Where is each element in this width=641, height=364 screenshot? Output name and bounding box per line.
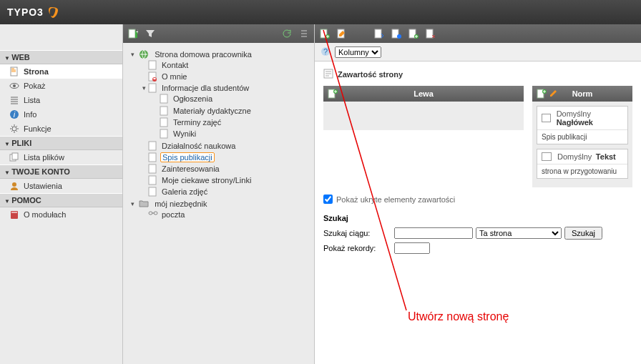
svg-rect-23 (149, 142, 156, 150)
tree-node[interactable]: Galeria zdjęć (140, 186, 311, 197)
folder-icon (139, 199, 149, 209)
tree-label[interactable]: Strona domowa pracownika (153, 50, 253, 59)
nav-item-info[interactable]: i Info (0, 107, 122, 122)
search-string-label: Szukaj ciągu: (323, 229, 391, 237)
column-body-left[interactable] (323, 102, 524, 130)
tree-label[interactable]: Moje ciekawe strony/Linki (160, 176, 253, 185)
tree-label[interactable]: poczta (160, 210, 186, 219)
svg-rect-24 (149, 153, 156, 162)
content-element[interactable]: Domyślny Nagłówek Spis publikacji (537, 106, 628, 144)
tree-label[interactable]: Spis publikacji (160, 152, 215, 162)
ce-meta: Domyślny Nagłówek (557, 109, 623, 127)
svg-rect-20 (160, 107, 167, 115)
cache-icon[interactable] (425, 28, 436, 39)
show-records-input[interactable] (394, 242, 430, 254)
toggle-icon[interactable]: ▾ (129, 200, 136, 207)
nav-section-pliki[interactable]: PLIKI (0, 136, 122, 150)
svg-text:+: + (136, 29, 138, 36)
new-page-tree-icon[interactable]: + (127, 28, 139, 39)
tree-label[interactable]: Ogłoszenia (172, 94, 214, 103)
column-right: Norm Domyślny Nagłówek Spis publikacji (532, 86, 632, 187)
svg-rect-33 (375, 29, 381, 38)
tree-node[interactable]: Zainteresowania (140, 163, 311, 174)
ce-type-icon (542, 114, 551, 122)
tree-node[interactable]: poczta (140, 209, 311, 220)
svg-rect-27 (149, 187, 156, 196)
tree-label[interactable]: Działalność naukowa (160, 142, 237, 150)
add-content-icon[interactable] (537, 89, 547, 99)
svg-text:?: ? (323, 47, 328, 56)
tree-label[interactable]: Zainteresowania (160, 164, 221, 173)
add-content-icon[interactable] (328, 89, 338, 99)
search-scope-select[interactable]: Ta strona (476, 227, 562, 239)
nav-item-ustawienia[interactable]: Ustawienia (0, 179, 122, 193)
view-mode-select[interactable]: Kolumny (335, 46, 381, 58)
tree-node[interactable]: O mnie (140, 71, 311, 82)
tree-label[interactable]: O mnie (160, 72, 188, 81)
collapse-icon[interactable] (298, 28, 310, 39)
nav-section-web[interactable]: WEB (0, 50, 122, 64)
tree-node[interactable]: Terminy zajęć (152, 117, 311, 128)
ce-body: Spis publikacji (537, 130, 627, 144)
create-new-page-icon[interactable] (319, 28, 331, 39)
svg-rect-21 (160, 118, 167, 127)
edit-icon[interactable] (549, 89, 559, 99)
tree-node-root[interactable]: ▾ Strona domowa pracownika Kontakt O mni… (129, 49, 311, 198)
move-page-icon[interactable] (373, 28, 385, 39)
column-header-left: Lewa (323, 86, 524, 102)
page-icon (148, 83, 158, 93)
history-icon[interactable] (391, 28, 402, 39)
page-icon (148, 175, 158, 185)
tree-label[interactable]: Terminy zajęć (172, 118, 222, 127)
nav-item-o-modulach[interactable]: O modułach (0, 207, 122, 222)
tree-node[interactable]: ▾Informacje dla studentów Ogłoszenia Mat… (140, 82, 311, 139)
page-icon (148, 187, 158, 197)
content-area: Zawartość strony Lewa Norm (315, 62, 641, 264)
help-icon[interactable]: ? (320, 46, 331, 58)
svg-rect-26 (149, 176, 156, 185)
nav-section-konto[interactable]: TWOJE KONTO (0, 164, 122, 179)
tree-node[interactable]: Ogłoszenia (152, 93, 311, 104)
nav-section-pomoc[interactable]: POMOC (0, 193, 122, 207)
nav-label: O modułach (24, 210, 66, 219)
tree-toolbar: + (123, 24, 314, 43)
search-button[interactable]: Szukaj (564, 227, 602, 240)
toggle-icon[interactable]: ▾ (140, 84, 147, 92)
nav-item-funkcje[interactable]: Funkcje (0, 122, 122, 136)
ce-meta: Domyślny Tekst (557, 152, 616, 161)
refresh-icon[interactable] (281, 28, 293, 39)
page-tree-panel: + ▾ Strona domowa pracownika Kontakt O m… (123, 24, 315, 364)
nav-label: Lista (24, 96, 40, 104)
edit-page-icon[interactable] (336, 28, 348, 39)
nav-item-strona[interactable]: Strona (0, 64, 122, 79)
locked-page-icon (148, 72, 158, 82)
page-icon (148, 141, 158, 151)
tree-node-folder[interactable]: ▾ mój niezbędnik poczta (129, 198, 311, 221)
nav-item-pokaz[interactable]: Pokaż (0, 79, 122, 93)
nav-item-lista-plikow[interactable]: Lista plików (0, 150, 122, 164)
tree-node[interactable]: Kontakt (140, 59, 311, 71)
tree-node[interactable]: Materiały dydaktyczne (152, 104, 311, 116)
tree-label[interactable]: mój niezbędnik (153, 200, 208, 208)
content-icon (323, 69, 333, 80)
tree-node[interactable]: Wyniki (152, 128, 311, 139)
search-string-input[interactable] (394, 227, 473, 239)
tree-node-selected[interactable]: Spis publikacji (140, 152, 311, 163)
nav-label: Pokaż (24, 82, 46, 90)
nav-item-lista[interactable]: Lista (0, 93, 122, 107)
column-header-right: Norm (532, 86, 632, 102)
page-icon (148, 152, 158, 162)
content-element[interactable]: Domyślny Tekst strona w przygotowaniu (537, 149, 628, 179)
filter-icon[interactable] (145, 28, 156, 39)
show-hidden-checkbox[interactable] (323, 195, 333, 204)
tree-label[interactable]: Galeria zdjęć (160, 187, 209, 196)
tree-node[interactable]: Działalność naukowa (140, 140, 311, 152)
tree-label[interactable]: Informacje dla studentów (160, 84, 250, 92)
new-content-icon[interactable] (408, 28, 419, 39)
tree-label[interactable]: Kontakt (160, 61, 190, 69)
toggle-icon[interactable]: ▾ (129, 51, 136, 58)
tree-label[interactable]: Wyniki (172, 129, 197, 138)
tree-node[interactable]: Moje ciekawe strony/Linki (140, 174, 311, 186)
app-logo-text: TYPO3 (7, 6, 44, 18)
tree-label[interactable]: Materiały dydaktyczne (172, 107, 253, 115)
